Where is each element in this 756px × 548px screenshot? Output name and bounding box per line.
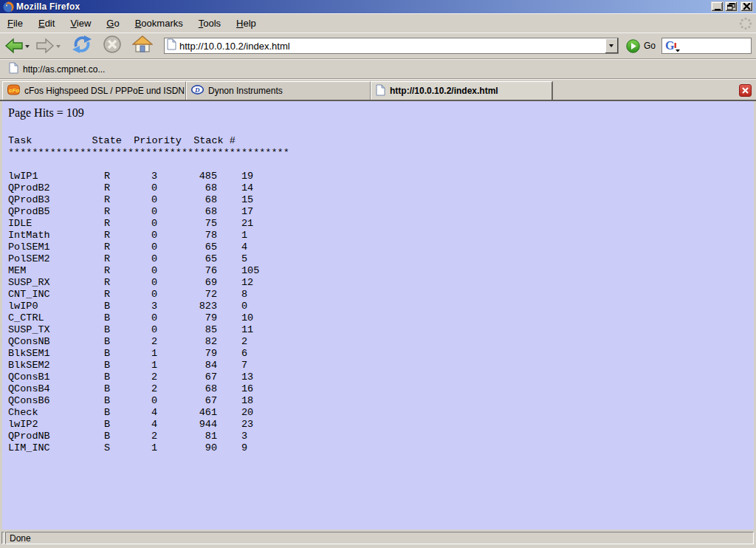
priority-cell: 0: [151, 277, 157, 289]
menu-item[interactable]: Tools: [194, 16, 225, 31]
close-icon: [743, 3, 751, 10]
state-cell: R: [104, 194, 151, 206]
state-cell: R: [104, 253, 151, 265]
state-cell: R: [104, 230, 151, 242]
close-button[interactable]: [740, 1, 753, 12]
state-cell: B: [104, 336, 151, 348]
table-row: QConsB4 B 2 68 16: [6, 383, 754, 395]
table-row: PolSEM2 R 0 65 5: [6, 253, 754, 265]
task-cell: Check: [8, 407, 104, 419]
minimize-button[interactable]: [711, 1, 724, 12]
stacknum-cell: 13: [217, 371, 253, 383]
stacknum-cell: 14: [217, 182, 253, 194]
stacknum-cell: 105: [217, 265, 259, 277]
close-icon: [742, 87, 749, 94]
minimize-icon: [715, 9, 721, 10]
menu-item[interactable]: Go: [102, 16, 123, 31]
state-cell: B: [104, 360, 151, 371]
tab-active-index-page[interactable]: http://10.0.10.2/index.html: [371, 81, 553, 100]
task-cell: QProdB5: [8, 206, 104, 218]
dynon-icon: D: [191, 85, 204, 97]
task-cell: LIM_INC: [8, 442, 104, 454]
stacknum-cell: 8: [217, 289, 247, 301]
state-cell: R: [104, 218, 151, 230]
stop-button[interactable]: [103, 35, 122, 57]
table-row: IDLE R 0 75 21: [6, 218, 754, 230]
svg-text:D: D: [194, 86, 200, 94]
stop-icon: [103, 35, 122, 54]
priority-cell: 0: [151, 206, 157, 218]
forward-arrow-icon: [35, 38, 55, 54]
restore-button[interactable]: [725, 1, 738, 12]
tab-cfos[interactable]: cFos cFos Highspeed DSL / PPPoE und ISDN…: [2, 81, 186, 100]
state-cell: B: [104, 301, 151, 312]
menu-item[interactable]: Bookmarks: [131, 16, 188, 31]
table-row: QConsB6 B 0 67 18: [6, 395, 754, 407]
stacknum-cell: 18: [217, 395, 253, 407]
go-button[interactable]: Go: [626, 39, 656, 53]
address-bar: [164, 38, 619, 54]
stack-cell: 76: [157, 265, 217, 277]
stacknum-cell: 21: [217, 218, 253, 230]
task-cell: PolSEM2: [8, 253, 104, 265]
stack-cell: 84: [157, 360, 217, 371]
task-cell: CNT_INC: [8, 289, 104, 301]
state-cell: B: [104, 395, 151, 407]
priority-cell: 2: [151, 383, 157, 395]
stacknum-cell: 10: [217, 312, 253, 324]
back-dropdown-icon[interactable]: [25, 45, 30, 48]
stack-cell: 81: [157, 431, 217, 442]
stack-cell: 461: [157, 407, 217, 419]
priority-cell: 0: [151, 395, 157, 407]
tab-label: cFos Highspeed DSL / PPPoE und ISDN CAP.…: [24, 86, 186, 96]
stack-cell: 65: [157, 253, 217, 265]
table-row: SUSP_RX R 0 69 12: [6, 277, 754, 289]
svg-text:cFos: cFos: [9, 87, 20, 94]
stack-cell: 65: [157, 242, 217, 253]
back-arrow-icon: [4, 38, 24, 54]
table-separator: ****************************************…: [6, 147, 754, 159]
priority-cell: 3: [151, 171, 157, 182]
forward-button[interactable]: [35, 38, 63, 54]
status-bar: Done: [0, 530, 756, 548]
table-row: PolSEM1 R 0 65 4: [6, 242, 754, 253]
stacknum-cell: 7: [217, 360, 247, 371]
table-row: QProdB2 R 0 68 14: [6, 182, 754, 194]
address-input[interactable]: [179, 41, 605, 52]
reload-icon: [72, 35, 92, 54]
cfos-icon: cFos: [7, 84, 20, 97]
address-dropdown-button[interactable]: [605, 38, 618, 53]
page-hits-text: Page Hits = 109: [6, 106, 754, 120]
stack-cell: 78: [157, 230, 217, 242]
go-label: Go: [644, 41, 656, 51]
priority-cell: 0: [151, 253, 157, 265]
stacknum-cell: 1: [217, 230, 247, 242]
google-g-icon[interactable]: G: [664, 39, 681, 52]
task-cell: IntMath: [8, 230, 104, 242]
priority-cell: 4: [151, 407, 157, 419]
menu-item[interactable]: File: [3, 16, 27, 31]
state-cell: R: [104, 206, 151, 218]
stacknum-cell: 0: [217, 301, 247, 312]
menu-item[interactable]: Help: [232, 16, 261, 31]
priority-cell: 1: [151, 348, 157, 360]
task-cell: BlkSEM2: [8, 360, 104, 371]
table-row: BlkSEM2 B 1 84 7: [6, 360, 754, 371]
bookmarks-toolbar: http://as.cmpnet.co...: [0, 59, 756, 79]
menu-item[interactable]: View: [66, 16, 95, 31]
bookmark-item[interactable]: http://as.cmpnet.co...: [6, 61, 108, 78]
stack-cell: 75: [157, 218, 217, 230]
back-button[interactable]: [4, 38, 32, 54]
svg-text:G: G: [665, 39, 675, 52]
menu-item[interactable]: Edit: [34, 16, 59, 31]
reload-button[interactable]: [72, 35, 92, 57]
stack-cell: 68: [157, 383, 217, 395]
task-cell: QProdNB: [8, 431, 104, 442]
table-row: QProdNB B 2 81 3: [6, 431, 754, 442]
stack-cell: 79: [157, 312, 217, 324]
tab-close-button[interactable]: [739, 84, 752, 97]
home-button[interactable]: [132, 35, 153, 56]
tab-dynon[interactable]: D Dynon Instruments: [186, 81, 371, 100]
search-input[interactable]: [681, 41, 751, 51]
forward-dropdown-icon[interactable]: [56, 45, 61, 48]
